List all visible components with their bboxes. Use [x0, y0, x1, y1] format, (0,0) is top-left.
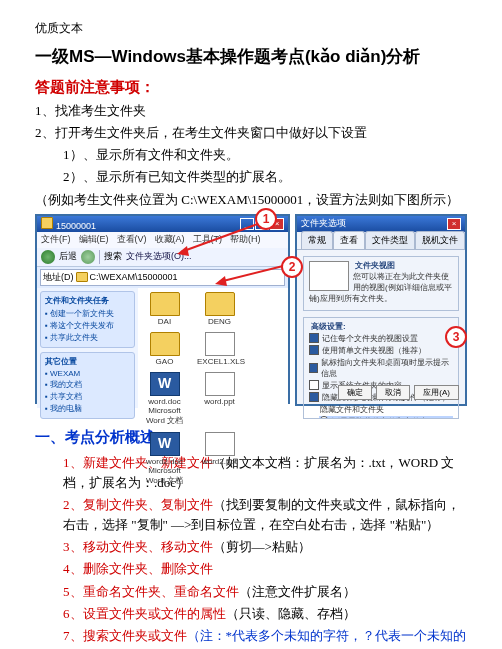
- opt-item: 隐藏文件和文件夹: [320, 404, 384, 415]
- side-item[interactable]: 共享此文件夹: [45, 332, 130, 343]
- annotation-1: 1: [255, 208, 277, 230]
- word-icon: [150, 432, 180, 456]
- explorer-sidebar: 文件和文件夹任务 创建一个新文件夹 将这个文件夹发布 共享此文件夹 其它位置 W…: [37, 288, 138, 408]
- notice-subline: 2）、显示所有已知文件类型的扩展名。: [63, 167, 467, 187]
- opt-item: 鼠标指向文件夹和桌面项时显示提示信息: [321, 357, 453, 379]
- search-label: 搜索: [104, 250, 122, 263]
- checkbox-icon[interactable]: [309, 333, 319, 343]
- explorer-title: 15000001: [56, 221, 96, 231]
- notice-line: （例如考生文件夹位置为 C:\WEXAM\15000001，设置方法则如下图所示…: [35, 190, 467, 210]
- point-1: 1、新建文件夹、新建文件（如文本文档：扩展名为：.txt，WORD 文档，扩展名…: [63, 453, 467, 493]
- side-item[interactable]: 我的文档: [45, 379, 130, 390]
- checkbox-icon[interactable]: [309, 345, 319, 355]
- addr-path: C:\WEXAM\15000001: [90, 272, 178, 282]
- apply-button[interactable]: 应用(A): [414, 385, 459, 400]
- menu-file[interactable]: 文件(F): [41, 233, 71, 247]
- file-item[interactable]: word.ppt: [197, 372, 242, 426]
- screenshot-figure: 1 2 3 15000001 _ □ × 文件(F) 编辑(E) 查看(V) 收…: [35, 214, 467, 414]
- point-3: 3、移动文件夹、移动文件（剪切—>粘贴）: [63, 537, 467, 557]
- side-group-head: 文件和文件夹任务: [45, 295, 130, 306]
- svg-line-2: [219, 266, 283, 282]
- notice-line: 1、找准考生文件夹: [35, 101, 467, 121]
- folder-icon: [150, 332, 180, 356]
- file-item[interactable]: word2.doc Microsoft Word 文档: [142, 432, 187, 486]
- page-title: 一级MS—Windows基本操作题考点(kǎo diǎn)分析: [35, 45, 467, 68]
- side-item[interactable]: 我的电脑: [45, 403, 130, 414]
- tab-general[interactable]: 常规: [301, 231, 333, 249]
- notice-heading: 答题前注意事项：: [35, 78, 467, 97]
- back-label: 后退: [59, 250, 77, 263]
- side-item[interactable]: 将这个文件夹发布: [45, 320, 130, 331]
- ok-button[interactable]: 确定: [338, 385, 372, 400]
- opt-item: 记住每个文件夹的视图设置: [322, 333, 418, 344]
- side-item[interactable]: 创建一个新文件夹: [45, 308, 130, 319]
- svg-marker-1: [177, 246, 189, 256]
- notice-line: 2、打开考生文件夹后，在考生文件夹窗口中做好以下设置: [35, 123, 467, 143]
- checkbox-icon[interactable]: [309, 363, 318, 373]
- folder-icon: [76, 272, 88, 282]
- word-icon: [150, 372, 180, 396]
- notice-subline: 1）、显示所有文件和文件夹。: [63, 145, 467, 165]
- cancel-button[interactable]: 取消: [376, 385, 410, 400]
- folder-icon: [41, 217, 53, 229]
- dialog-title: 文件夹选项: [301, 217, 346, 230]
- annotation-2: 2: [281, 256, 303, 278]
- file-item[interactable]: DAI: [142, 292, 187, 326]
- file-icon: [205, 332, 235, 356]
- file-item[interactable]: GAO: [142, 332, 187, 366]
- point-4: 4、删除文件夹、删除文件: [63, 559, 467, 579]
- opt-item: 使用简单文件夹视图（推荐）: [322, 345, 426, 356]
- dialog-tabs: 常规 查看 文件类型 脱机文件: [297, 232, 465, 250]
- point-6: 6、设置文件夹或文件的属性（只读、隐藏、存档）: [63, 604, 467, 624]
- checkbox-icon[interactable]: [309, 380, 319, 390]
- folder-views-legend: 文件夹视图: [353, 260, 397, 271]
- point-7: 7、搜索文件夹或文件（注：*代表多个未知的字符，？代表一个未知的字符）: [63, 626, 467, 649]
- tab-offline[interactable]: 脱机文件: [415, 231, 465, 249]
- forward-button[interactable]: [81, 250, 95, 264]
- folder-options-dialog: 文件夹选项 × 常规 查看 文件类型 脱机文件 文件夹视图 您可以将正在为此文件…: [295, 214, 467, 406]
- side-group-head: 其它位置: [45, 356, 130, 367]
- side-item[interactable]: 共享文档: [45, 391, 130, 402]
- svg-line-0: [181, 222, 263, 252]
- file-item[interactable]: EXCEL1.XLS: [197, 332, 242, 366]
- close-button[interactable]: ×: [447, 218, 461, 230]
- radio-icon[interactable]: [319, 416, 329, 419]
- checkbox-icon[interactable]: [309, 392, 319, 402]
- tab-view[interactable]: 查看: [333, 231, 365, 249]
- file-item[interactable]: word.doc Microsoft Word 文档: [142, 372, 187, 426]
- advanced-legend: 高级设置:: [309, 321, 348, 332]
- file-item[interactable]: word2.ppt: [197, 432, 242, 486]
- side-item[interactable]: WEXAM: [45, 369, 130, 378]
- file-item[interactable]: DENG: [197, 292, 242, 326]
- back-button[interactable]: [41, 250, 55, 264]
- annotation-3: 3: [445, 326, 467, 348]
- file-icon: [205, 432, 235, 456]
- menu-view[interactable]: 查看(V): [117, 233, 147, 247]
- svg-marker-3: [215, 276, 227, 286]
- folder-icon: [150, 292, 180, 316]
- tab-filetypes[interactable]: 文件类型: [365, 231, 415, 249]
- dialog-titlebar: 文件夹选项 ×: [297, 216, 465, 232]
- menu-edit[interactable]: 编辑(E): [79, 233, 109, 247]
- explorer-filepane: DAI DENG GAO EXCEL1.XLS word.doc Microso…: [138, 288, 288, 408]
- addr-label: 地址(D): [43, 271, 74, 284]
- point-5: 5、重命名文件夹、重命名文件（注意文件扩展名）: [63, 582, 467, 602]
- preview-icon: [309, 261, 349, 291]
- folder-icon: [205, 292, 235, 316]
- opt-item: 不显示隐藏的文件和文件夹: [332, 416, 428, 419]
- file-icon: [205, 372, 235, 396]
- top-note: 优质文本: [35, 20, 467, 37]
- point-2: 2、复制文件夹、复制文件（找到要复制的文件夹或文件，鼠标指向，右击，选择 "复制…: [63, 495, 467, 535]
